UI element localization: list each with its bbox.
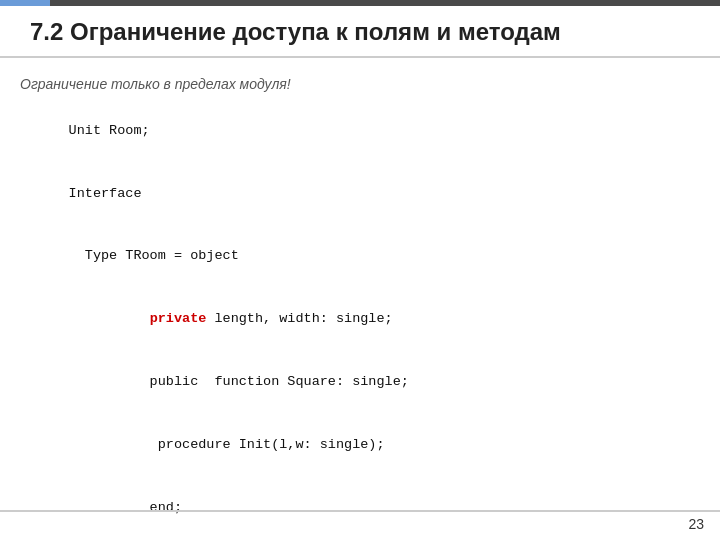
code-line-5: public function Square: single; (69, 374, 409, 389)
code-line-7: end; (69, 500, 182, 515)
code-block: Unit Room; Interface Type TRoom = object… (20, 100, 700, 540)
slide-title: 7.2 Ограничение доступа к полям и метода… (30, 18, 561, 45)
code-line-2: Interface (69, 186, 142, 201)
code-line-4-rest: length, width: single; (206, 311, 392, 326)
code-line-4-indent (69, 311, 150, 326)
code-line-6: procedure Init(l,w: single); (69, 437, 385, 452)
private-keyword: private (150, 311, 207, 326)
code-line-3: Type TRoom = object (69, 248, 239, 263)
content-area: Ограничение только в пределах модуля! Un… (20, 68, 700, 510)
title-bar: 7.2 Ограничение доступа к полям и метода… (0, 6, 720, 58)
slide: 7.2 Ограничение доступа к полям и метода… (0, 0, 720, 540)
code-line-1: Unit Room; (69, 123, 150, 138)
page-number: 23 (688, 516, 704, 532)
bottom-divider (0, 510, 720, 512)
subtitle-text: Ограничение только в пределах модуля! (20, 76, 700, 92)
